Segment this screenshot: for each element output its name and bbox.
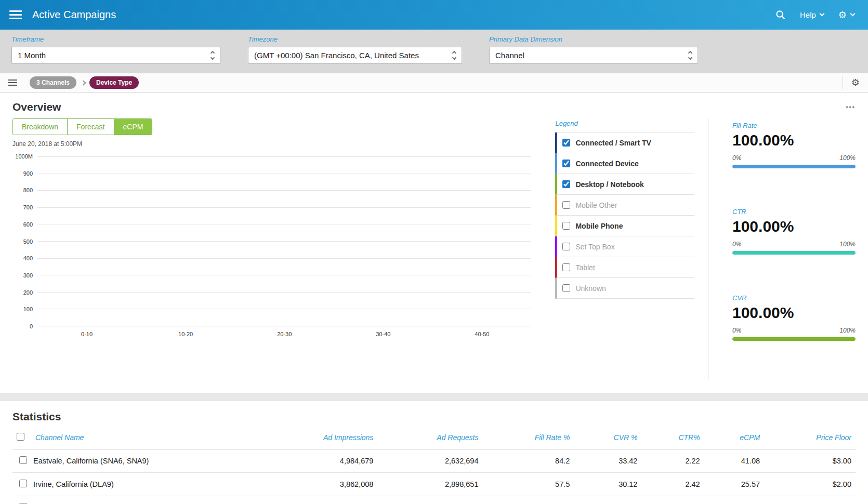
y-tick-label: 400 [23, 255, 33, 261]
toolbar-gear-icon[interactable]: ⚙ [851, 78, 860, 87]
x-tick-label: 20-30 [277, 331, 292, 337]
legend-item[interactable]: Mobile Other [555, 195, 694, 216]
chart-area: Breakdown Forecast eCPM June 20, 2018 at… [12, 118, 531, 380]
value-cell: 41.08 [704, 449, 764, 473]
metric-value: 100.00% [732, 218, 856, 235]
legend-label: Connected / Smart TV [575, 139, 651, 147]
col-ctr[interactable]: CTR% [641, 426, 704, 449]
chart-timestamp: June 20, 2018 at 5:00PM [12, 140, 531, 148]
dimension-select[interactable]: Channel [489, 47, 698, 64]
table-row: Eastvale, California (SNA6, SNA9)4,984,6… [12, 449, 856, 473]
overview-menu-icon[interactable]: ••• [846, 103, 856, 111]
value-cell: 36.47 [704, 496, 764, 504]
row-checkbox-cell [12, 473, 31, 496]
metric-min: 0% [732, 241, 741, 248]
col-cvr[interactable]: CVR % [574, 426, 641, 449]
y-tick-label: 900 [23, 170, 33, 177]
bar-plot [37, 156, 531, 326]
legend-item[interactable]: Desktop / Notebook [555, 174, 694, 195]
y-tick-label: 700 [23, 204, 33, 210]
row-checkbox[interactable] [19, 456, 27, 464]
settings-menu[interactable]: ⚙ [838, 10, 854, 20]
statistics-panel: Statistics Channel Name Ad Impressions A… [0, 401, 868, 504]
metric-fill-rate: Fill Rate 100.00% 0% 100% [732, 122, 856, 168]
gridline [37, 174, 531, 174]
y-tick-label: 200 [23, 289, 33, 296]
legend-checkbox[interactable] [562, 284, 570, 292]
help-menu[interactable]: Help [800, 10, 824, 19]
metric-range: 0% 100% [732, 327, 856, 334]
row-checkbox[interactable] [19, 480, 27, 487]
timezone-select[interactable]: (GMT +00:00) San Francisco, CA, United S… [248, 47, 462, 64]
metric-max: 100% [839, 327, 856, 334]
gridline [37, 275, 531, 275]
dimension-value: Channel [495, 51, 524, 60]
overview-title: Overview [12, 101, 61, 113]
legend-item[interactable]: Mobile Phone [555, 216, 694, 236]
value-cell: $4.00 [764, 496, 856, 504]
tab-forecast[interactable]: Forecast [68, 119, 114, 135]
legend-checkbox[interactable] [562, 222, 570, 230]
value-cell: 25.57 [704, 473, 764, 496]
timeframe-label: Timeframe [11, 35, 220, 43]
search-icon[interactable] [775, 10, 785, 20]
value-cell: 2,898,651 [377, 473, 482, 496]
value-cell: 69.7 [482, 496, 574, 504]
select-all-checkbox[interactable] [17, 433, 24, 441]
metric-ctr: CTR 100.00% 0% 100% [732, 208, 856, 255]
list-icon[interactable] [8, 79, 17, 86]
timeframe-select[interactable]: 1 Month [11, 47, 220, 64]
select-all-cell [12, 426, 31, 449]
metric-min: 0% [732, 327, 741, 334]
x-tick-label: 30-40 [376, 331, 390, 337]
y-tick-label: 800 [23, 187, 33, 193]
col-price-floor[interactable]: Price Floor [764, 426, 856, 449]
y-axis: 1000M9008007006005004003002001000 [12, 156, 37, 326]
bar-chart: 1000M9008007006005004003002001000 [12, 156, 531, 326]
legend-checkbox[interactable] [562, 263, 570, 271]
value-cell: 4,984,679 [255, 449, 377, 473]
value-cell: 2.22 [641, 449, 704, 473]
col-ad-impressions[interactable]: Ad Impressions [255, 426, 377, 449]
value-cell: 2.77 [641, 496, 704, 504]
metric-min: 0% [732, 154, 741, 162]
tab-ecpm[interactable]: eCPM [114, 119, 152, 135]
timezone-value: (GMT +00:00) San Francisco, CA, United S… [254, 51, 419, 60]
statistics-title: Statistics [12, 410, 856, 423]
legend-checkbox[interactable] [562, 180, 570, 188]
legend-item[interactable]: Unknown [555, 278, 694, 299]
legend-label: Desktop / Notebook [575, 180, 643, 189]
col-ecpm[interactable]: eCPM [704, 426, 764, 449]
divider [843, 76, 843, 89]
dimension-filter: Primary Data Dimension Channel [489, 35, 698, 64]
row-checkbox-cell [12, 496, 31, 504]
menu-icon[interactable] [9, 10, 22, 19]
legend-item[interactable]: Tablet [555, 257, 694, 278]
value-cell: $3.00 [764, 449, 856, 473]
metric-bar-fill [732, 337, 856, 341]
col-ad-requests[interactable]: Ad Requests [377, 426, 482, 449]
tab-breakdown[interactable]: Breakdown [13, 119, 68, 135]
overview-header: Overview ••• [12, 101, 856, 113]
legend-checkbox[interactable] [562, 201, 570, 209]
legend-checkbox[interactable] [562, 243, 570, 250]
value-cell: 30.12 [574, 473, 641, 496]
col-channel-name[interactable]: Channel Name [31, 426, 255, 449]
filter-bar: Timeframe 1 Month Timezone (GMT +00:00) … [0, 30, 868, 73]
legend-item[interactable]: Set Top Box [555, 236, 694, 257]
legend-item[interactable]: Connected / Smart TV [555, 132, 694, 153]
breadcrumb-channels-pill[interactable]: 3 Channels [30, 76, 76, 89]
legend-checkbox[interactable] [562, 160, 570, 167]
breadcrumb-device-type-pill[interactable]: Device Type [89, 76, 139, 89]
col-fill-rate[interactable]: Fill Rate % [482, 426, 574, 449]
channel-name-cell: Eastvale, California (SNA6, SNA9) [31, 449, 255, 473]
spinner-icon [453, 51, 456, 59]
value-cell: 57.5 [482, 473, 574, 496]
table-header-row: Channel Name Ad Impressions Ad Requests … [12, 426, 856, 449]
breadcrumb-toolbar: 3 Channels Device Type ⚙ [0, 73, 868, 92]
legend-checkbox[interactable] [562, 139, 570, 147]
value-cell: 3,337,542 [377, 496, 482, 504]
metric-max: 100% [839, 154, 856, 162]
metric-cvr: CVR 100.00% 0% 100% [732, 294, 856, 341]
legend-item[interactable]: Connected Device [555, 153, 694, 174]
